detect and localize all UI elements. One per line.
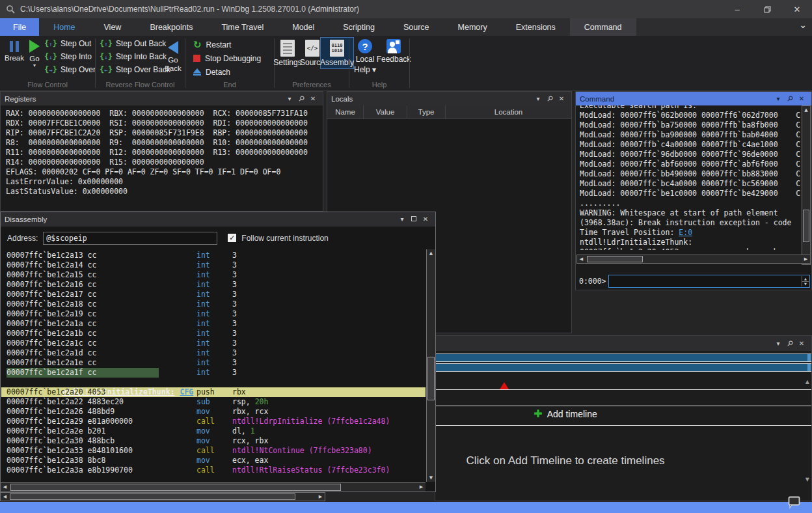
panel-menu-icon[interactable]: ▾	[772, 340, 784, 347]
disassembly-row[interactable]: 00007ffc`be1c2a18 ccint3	[1, 299, 426, 309]
command-input[interactable]: ▲ ▼	[608, 275, 810, 288]
pin-icon[interactable]: ⚲	[544, 96, 556, 102]
menu-tab[interactable]: Memory	[444, 18, 502, 36]
disassembly-row[interactable]: 00007ffc`be1c2a17 ccint3	[1, 290, 426, 299]
feedback-bubble-icon[interactable]	[787, 495, 802, 513]
menu-tab[interactable]: Home	[39, 18, 89, 36]
step-button[interactable]: {↓} Step Into	[44, 50, 96, 63]
pin-icon[interactable]: ⚲	[295, 96, 307, 102]
disassembly-row[interactable]: 00007ffc`be1c2a20 4053pushrbx	[1, 387, 426, 397]
step-button[interactable]: {↑} Step Out	[44, 37, 96, 50]
scroll-down-icon[interactable]: ▼	[427, 474, 435, 482]
menu-tab[interactable]: Time Travel	[207, 18, 278, 36]
disassembly-row[interactable]: 00007ffc`be1c2a1c ccint3	[1, 339, 426, 348]
disassembly-row[interactable]: 00007ffc`be1c2a16 ccint3	[1, 280, 426, 290]
close-icon[interactable]: ✕	[796, 340, 807, 347]
disassembly-vertical-scrollbar[interactable]: ▲ ▼	[426, 249, 435, 482]
scroll-right-icon[interactable]: ▶	[316, 493, 325, 501]
position-marker-icon[interactable]	[500, 382, 509, 389]
menu-tab[interactable]: View	[90, 18, 136, 36]
menu-tab[interactable]: File	[0, 18, 39, 36]
locals-column-header[interactable]: Value	[364, 105, 407, 118]
detach-button[interactable]: Detach	[193, 65, 261, 79]
panel-menu-icon[interactable]: ▾	[284, 96, 295, 102]
scroll-down-icon[interactable]: ▼	[805, 477, 809, 482]
scroll-right-icon[interactable]: ▶	[802, 255, 810, 263]
menu-tab[interactable]: Scripting	[329, 18, 389, 36]
disassembly-row[interactable]: 00007ffc`be1c2a1d ccint3	[1, 348, 426, 358]
time-travel-position-link[interactable]: E:0	[679, 228, 692, 237]
add-timeline-button[interactable]: ✚ Add timeline	[534, 408, 597, 420]
step-button[interactable]: {→} Step Over	[44, 63, 96, 76]
scroll-right-icon[interactable]: ▶	[417, 483, 426, 491]
scroll-left-icon[interactable]: ◀	[1, 483, 9, 491]
locals-column-header[interactable]: Type	[407, 105, 446, 118]
follow-instruction-checkbox[interactable]: ✓	[228, 234, 236, 242]
command-horizontal-scrollbar[interactable]: ◀ ▶	[576, 255, 811, 264]
address-input[interactable]	[43, 232, 217, 245]
disassembly-row[interactable]: 00007ffc`be1c2a15 ccint3	[1, 270, 426, 280]
locals-column-header[interactable]: Location	[446, 105, 571, 118]
disassembly-row[interactable]: 00007ffc`be1c2a22 4883ec20subrsp, 20h	[1, 397, 426, 407]
locals-column-header[interactable]: Name	[327, 105, 364, 118]
restart-button[interactable]: ↻ Restart	[193, 38, 261, 51]
disassembly-row[interactable]: 00007ffc`be1c2a30 488bcbmovrcx, rbx	[1, 436, 426, 446]
scroll-up-icon[interactable]: ▲	[802, 106, 810, 114]
timeline-overview-bars[interactable]	[435, 354, 811, 373]
maximize-icon[interactable]	[408, 216, 420, 223]
menu-tab[interactable]: Command	[570, 18, 636, 36]
local-help-button[interactable]: ? Local Help ▾	[352, 39, 378, 74]
go-dropdown-icon[interactable]: ▾	[33, 63, 36, 68]
input-spinner[interactable]: ▲ ▼	[802, 276, 809, 286]
step-back-button[interactable]: {←} Step Over Back	[100, 63, 170, 76]
command-vertical-scrollbar[interactable]: ▲ ▼	[802, 105, 811, 265]
disassembly-row[interactable]: 00007ffc`be1c2a38 8bc8movecx, eax	[1, 456, 426, 465]
prompt-label: 0:000>	[577, 277, 608, 286]
disassembly-row[interactable]: 00007ffc`be1c2a19 ccint3	[1, 309, 426, 319]
disassembly-row[interactable]: 00007ffc`be1c2a1e ccint3	[1, 358, 426, 368]
menu-tab[interactable]: Extensions	[502, 18, 570, 36]
scroll-left-icon[interactable]: ◀	[577, 255, 586, 263]
close-button[interactable]: ✕	[782, 0, 812, 18]
menu-tab[interactable]: Model	[278, 18, 329, 36]
ribbon-collapse-chevron-icon[interactable]: ⌄	[799, 20, 807, 30]
close-icon[interactable]: ✕	[307, 96, 319, 102]
menu-tab[interactable]: Source	[389, 18, 444, 36]
disassembly-row[interactable]: 00007ffc`be1c2a3a e8b1990700callntdll!Rt…	[1, 465, 426, 475]
break-button[interactable]: Break	[4, 38, 25, 62]
scroll-up-icon[interactable]: ▲	[427, 249, 435, 257]
scroll-left-icon[interactable]: ◀	[1, 493, 9, 501]
disassembly-horizontal-scrollbar[interactable]: ◀ ▶	[1, 482, 426, 492]
disassembly-row[interactable]: 00007ffc`be1c2a1b ccint3	[1, 329, 426, 339]
menu-tab[interactable]: Breakpoints	[135, 18, 207, 36]
disassembly-row[interactable]: 00007ffc`be1c2a26 488bd9movrbx, rcx	[1, 407, 426, 417]
step-back-button[interactable]: {↓} Step Into Back	[100, 50, 170, 63]
close-icon[interactable]: ✕	[796, 96, 807, 102]
pin-icon[interactable]: ⚲	[784, 96, 796, 102]
scroll-up-icon[interactable]: ▲	[805, 379, 809, 385]
go-button[interactable]: Go ▾	[26, 38, 43, 68]
panel-menu-icon[interactable]: ▾	[772, 96, 784, 102]
feedback-button[interactable]: Feedback	[377, 39, 411, 64]
restore-button[interactable]	[752, 0, 782, 18]
timeline-bar[interactable]	[435, 363, 811, 372]
disassembly-row[interactable]: 00007ffc`be1c2a1f ccint3	[1, 368, 426, 378]
timeline-bar[interactable]	[435, 354, 811, 362]
disassembly-row[interactable]: 00007ffc`be1c2a2e b201movdl, 1	[1, 426, 426, 436]
dock-horizontal-scrollbar[interactable]: ◀ ▶	[0, 492, 325, 501]
step-back-button[interactable]: {↑} Step Out Back	[100, 37, 170, 50]
pin-icon[interactable]: ⚲	[784, 340, 796, 347]
minimize-button[interactable]: –	[722, 0, 752, 18]
disassembly-row[interactable]: 00007ffc`be1c2a33 e848101600callntdll!Nt…	[1, 446, 426, 456]
disassembly-row[interactable]: 00007ffc`be1c2a29 e81a000000callntdll!Ld…	[1, 417, 426, 426]
panel-menu-icon[interactable]: ▾	[396, 216, 408, 223]
stop-debugging-button[interactable]: Stop Debugging	[193, 51, 261, 65]
panel-menu-icon[interactable]: ▾	[532, 96, 544, 102]
group-end: ↻ Restart Stop Debugging Detach End	[185, 36, 274, 90]
disassembly-row[interactable]: 00007ffc`be1c2a14 ccint3	[1, 260, 426, 270]
close-icon[interactable]: ✕	[420, 216, 431, 223]
disassembly-row[interactable]: 00007ffc`be1c2a1a ccint3	[1, 319, 426, 329]
go-back-button[interactable]: Go Back	[163, 40, 183, 72]
disassembly-row[interactable]: 00007ffc`be1c2a13 ccint3	[1, 251, 426, 260]
close-icon[interactable]: ✕	[556, 96, 567, 102]
